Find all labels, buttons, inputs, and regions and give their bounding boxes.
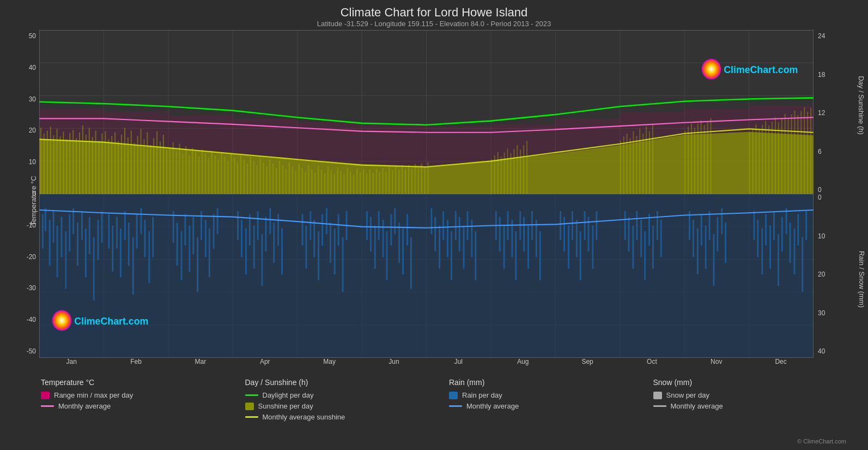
x-label-jan: Jan bbox=[39, 358, 104, 371]
svg-rect-345 bbox=[791, 115, 792, 194]
svg-rect-135 bbox=[632, 225, 634, 268]
svg-rect-80 bbox=[321, 214, 323, 245]
svg-rect-58 bbox=[201, 211, 202, 240]
svg-rect-192 bbox=[82, 125, 83, 194]
svg-rect-30 bbox=[69, 214, 70, 251]
svg-rect-90 bbox=[378, 211, 380, 240]
svg-rect-315 bbox=[630, 138, 631, 194]
svg-rect-27 bbox=[57, 225, 58, 277]
svg-rect-77 bbox=[309, 211, 311, 240]
svg-rect-26 bbox=[53, 211, 54, 243]
svg-rect-52 bbox=[177, 223, 178, 266]
svg-rect-255 bbox=[286, 169, 287, 194]
x-label-dec: Dec bbox=[749, 358, 813, 371]
svg-rect-284 bbox=[379, 172, 380, 194]
y-axis-right-sunshine-label: Day / Sunshine (h) bbox=[858, 76, 866, 135]
svg-rect-186 bbox=[63, 132, 64, 194]
svg-rect-76 bbox=[305, 225, 307, 268]
svg-rect-85 bbox=[342, 237, 344, 292]
svg-rect-278 bbox=[360, 172, 361, 194]
svg-rect-233 bbox=[215, 155, 216, 194]
chart-svg: ClimeChart.com ClimeChart.com bbox=[39, 30, 814, 358]
svg-rect-218 bbox=[166, 149, 167, 194]
svg-rect-155 bbox=[761, 229, 763, 274]
legend-sunshine-per-day: Sunshine per day bbox=[245, 402, 450, 410]
svg-rect-341 bbox=[778, 122, 779, 194]
legend-snow: Snow (mm) Snow per day Monthly average ©… bbox=[653, 378, 858, 445]
svg-rect-351 bbox=[810, 107, 811, 194]
svg-rect-91 bbox=[383, 220, 384, 257]
svg-rect-133 bbox=[624, 211, 626, 240]
svg-rect-74 bbox=[281, 229, 283, 274]
svg-rect-194 bbox=[89, 128, 90, 194]
svg-rect-227 bbox=[195, 152, 196, 194]
svg-rect-113 bbox=[503, 225, 505, 268]
svg-rect-266 bbox=[321, 170, 322, 194]
svg-rect-196 bbox=[95, 131, 96, 194]
svg-rect-302 bbox=[497, 152, 499, 194]
svg-rect-197 bbox=[99, 140, 100, 194]
svg-rect-229 bbox=[202, 149, 203, 194]
svg-rect-323 bbox=[684, 131, 685, 194]
svg-rect-158 bbox=[773, 211, 775, 240]
svg-rect-268 bbox=[327, 166, 329, 194]
svg-rect-300 bbox=[491, 159, 492, 194]
svg-rect-344 bbox=[788, 118, 789, 194]
svg-rect-212 bbox=[147, 133, 148, 194]
svg-rect-120 bbox=[531, 211, 533, 240]
svg-rect-265 bbox=[318, 166, 319, 194]
svg-rect-46 bbox=[136, 214, 138, 248]
svg-rect-228 bbox=[198, 157, 199, 194]
svg-rect-269 bbox=[331, 170, 332, 194]
copyright: © ClimeChart.com bbox=[797, 438, 846, 445]
svg-rect-207 bbox=[131, 131, 132, 194]
legend-temp-title: Temperature °C bbox=[41, 378, 245, 387]
svg-rect-246 bbox=[257, 165, 258, 194]
svg-rect-112 bbox=[499, 217, 501, 251]
y-axis-right-rain-label: Rain / Snow (mm) bbox=[857, 251, 865, 308]
svg-rect-121 bbox=[536, 220, 537, 257]
svg-rect-336 bbox=[762, 125, 763, 194]
svg-rect-69 bbox=[262, 234, 263, 286]
svg-rect-116 bbox=[515, 231, 517, 280]
svg-rect-277 bbox=[356, 169, 357, 194]
svg-rect-129 bbox=[584, 211, 586, 240]
svg-rect-327 bbox=[697, 124, 699, 194]
svg-rect-340 bbox=[775, 117, 776, 194]
x-label-sep: Sep bbox=[555, 358, 620, 371]
svg-rect-195 bbox=[92, 137, 93, 194]
svg-rect-263 bbox=[311, 169, 312, 194]
svg-rect-45 bbox=[132, 237, 134, 295]
x-label-jul: Jul bbox=[426, 358, 490, 371]
svg-rect-312 bbox=[620, 140, 621, 194]
svg-rect-139 bbox=[648, 214, 650, 245]
svg-rect-342 bbox=[781, 118, 782, 194]
svg-rect-47 bbox=[141, 208, 142, 234]
svg-rect-235 bbox=[221, 153, 222, 194]
svg-rect-161 bbox=[786, 208, 787, 234]
svg-rect-273 bbox=[344, 175, 345, 194]
svg-rect-64 bbox=[241, 220, 242, 257]
svg-rect-125 bbox=[568, 225, 569, 268]
svg-rect-298 bbox=[424, 167, 426, 194]
svg-rect-309 bbox=[520, 149, 521, 194]
svg-rect-61 bbox=[213, 214, 215, 248]
svg-rect-97 bbox=[406, 214, 408, 245]
svg-rect-201 bbox=[111, 136, 112, 194]
svg-rect-156 bbox=[765, 214, 767, 245]
svg-rect-294 bbox=[411, 169, 412, 194]
svg-rect-187 bbox=[66, 139, 67, 194]
svg-rect-140 bbox=[652, 225, 654, 268]
svg-rect-202 bbox=[114, 133, 116, 194]
legend-snow-avg-line bbox=[653, 405, 666, 407]
svg-rect-37 bbox=[98, 220, 99, 260]
svg-rect-295 bbox=[415, 164, 416, 194]
legend-temp-range-icon bbox=[41, 392, 50, 399]
svg-rect-56 bbox=[192, 217, 194, 255]
svg-rect-296 bbox=[418, 168, 419, 194]
y-axis-left: Temperature °C 50 40 30 20 10 0 -10 -20 … bbox=[11, 30, 39, 371]
svg-point-359 bbox=[702, 59, 721, 80]
rain-bars bbox=[39, 194, 814, 358]
svg-rect-334 bbox=[755, 124, 756, 194]
svg-rect-226 bbox=[192, 148, 193, 194]
